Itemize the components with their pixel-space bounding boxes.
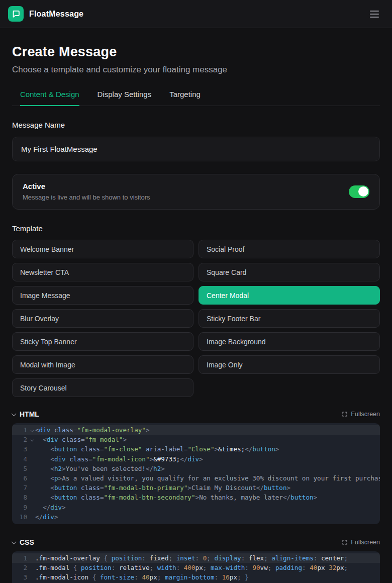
code-fold-spacer <box>27 483 35 493</box>
code-line: 6 <p>As a valued visitor, you qualify fo… <box>12 473 380 483</box>
code-line: 4 <div class="fm-modal-icon">&#9733;</di… <box>12 454 380 464</box>
html-code-editor[interactable]: 1<div class="fm-modal-overlay">2 <div cl… <box>12 423 380 524</box>
app-logo <box>8 6 24 22</box>
template-option-sticky-footer-bar[interactable]: Sticky Footer Bar <box>199 309 380 328</box>
hamburger-menu-icon[interactable] <box>367 8 382 21</box>
tab-content-design[interactable]: Content & Design <box>20 90 79 106</box>
toggle-knob <box>358 186 368 197</box>
code-line: 3.fm-modal-icon { font-size: 40px; margi… <box>12 572 380 582</box>
template-option-image-only[interactable]: Image Only <box>199 355 380 374</box>
template-option-blur-overlay[interactable]: Blur Overlay <box>12 309 193 328</box>
app-name: FloatMessage <box>29 10 83 19</box>
html-fullscreen-button[interactable]: Fullscreen <box>342 411 380 418</box>
template-option-sticky-top-banner[interactable]: Sticky Top Banner <box>12 332 193 351</box>
code-line: 2 <div class="fm-modal"> <box>12 435 380 444</box>
code-line: 3 <button class="fm-close" aria-label="C… <box>12 444 380 454</box>
code-line: 7 <button class="fm-modal-btn-primary">C… <box>12 483 380 493</box>
tab-bar: Content & DesignDisplay SettingsTargetin… <box>12 90 380 106</box>
chat-bubble-icon <box>12 10 20 18</box>
code-fold-spacer <box>27 563 35 572</box>
chevron-down-icon[interactable] <box>12 413 16 416</box>
active-title: Active <box>23 182 349 190</box>
template-option-social-proof[interactable]: Social Proof <box>199 240 380 258</box>
code-fold-spacer <box>27 572 35 582</box>
page-subtitle: Choose a template and customize your flo… <box>12 65 380 75</box>
chevron-down-icon[interactable] <box>12 541 16 544</box>
css-section-header: CSS Fullscreen <box>12 538 380 546</box>
code-line: 8 <button class="fm-modal-btn-secondary"… <box>12 493 380 502</box>
css-fullscreen-button[interactable]: Fullscreen <box>342 539 380 546</box>
html-section-label: HTML <box>20 410 39 418</box>
tab-display-settings[interactable]: Display Settings <box>97 90 152 106</box>
css-code-editor[interactable]: 1.fm-modal-overlay { position: fixed; in… <box>12 551 380 583</box>
fullscreen-icon <box>342 539 348 545</box>
main-content: Create Message Choose a template and cus… <box>0 28 392 583</box>
fullscreen-icon <box>342 411 348 417</box>
code-fold-spacer <box>27 454 35 464</box>
code-line: 5 <h2>You've been selected!</h2> <box>12 464 380 473</box>
message-name-input[interactable] <box>12 137 380 161</box>
template-grid: Welcome BannerSocial ProofNewsletter CTA… <box>12 240 380 397</box>
code-line: 10</div> <box>12 512 380 522</box>
code-line: 1<div class="fm-modal-overlay"> <box>12 425 380 435</box>
template-option-image-message[interactable]: Image Message <box>12 286 193 305</box>
code-fold-spacer <box>27 444 35 454</box>
template-option-newsletter-cta[interactable]: Newsletter CTA <box>12 263 193 281</box>
code-fold-spacer <box>27 553 35 563</box>
template-option-center-modal[interactable]: Center Modal <box>199 286 380 305</box>
code-fold-icon[interactable] <box>27 425 35 435</box>
template-label: Template <box>12 224 380 233</box>
code-fold-spacer <box>27 493 35 502</box>
top-nav: FloatMessage <box>0 0 392 28</box>
tab-targeting[interactable]: Targeting <box>169 90 201 106</box>
active-toggle[interactable] <box>349 185 369 198</box>
fullscreen-label: Fullscreen <box>351 411 380 418</box>
message-name-label: Message Name <box>12 121 380 129</box>
code-fold-icon[interactable] <box>27 435 35 444</box>
template-option-welcome-banner[interactable]: Welcome Banner <box>12 240 193 258</box>
fullscreen-label: Fullscreen <box>351 539 380 546</box>
template-option-story-carousel[interactable]: Story Carousel <box>12 378 193 397</box>
code-fold-spacer <box>27 503 35 512</box>
active-description: Message is live and will be shown to vis… <box>23 193 349 201</box>
code-fold-spacer <box>27 512 35 522</box>
code-fold-spacer <box>27 464 35 473</box>
html-section-header: HTML Fullscreen <box>12 410 380 418</box>
template-option-square-card[interactable]: Square Card <box>199 263 380 281</box>
css-section-label: CSS <box>20 538 34 546</box>
code-fold-spacer <box>27 473 35 483</box>
active-status-card: Active Message is live and will be shown… <box>12 174 380 210</box>
template-option-image-background[interactable]: Image Background <box>199 332 380 351</box>
code-line: 9 </div> <box>12 503 380 512</box>
code-line: 1.fm-modal-overlay { position: fixed; in… <box>12 553 380 563</box>
page-title: Create Message <box>12 44 380 60</box>
code-line: 2.fm-modal { position: relative; width: … <box>12 563 380 572</box>
template-option-modal-with-image[interactable]: Modal with Image <box>12 355 193 374</box>
